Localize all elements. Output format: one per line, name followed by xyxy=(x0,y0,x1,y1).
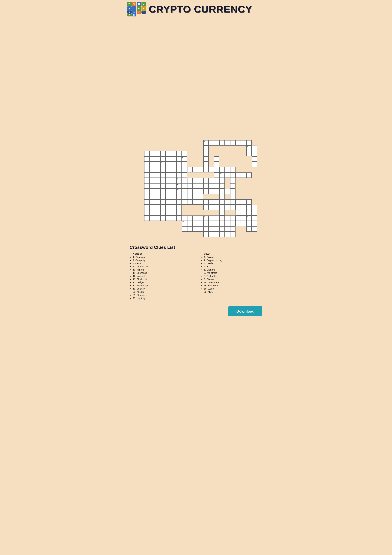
crossword-cell[interactable] xyxy=(166,167,171,172)
crossword-cell[interactable] xyxy=(214,172,219,178)
crossword-cell[interactable] xyxy=(198,189,203,194)
crossword-cell[interactable] xyxy=(214,189,219,194)
crossword-cell[interactable] xyxy=(203,221,209,226)
crossword-cell[interactable] xyxy=(230,221,235,226)
crossword-cell[interactable] xyxy=(150,167,155,172)
crossword-cell[interactable] xyxy=(144,156,150,162)
crossword-cell[interactable] xyxy=(209,226,214,232)
crossword-cell[interactable] xyxy=(209,178,214,183)
crossword-cell[interactable] xyxy=(198,178,203,183)
crossword-cell[interactable] xyxy=(252,205,257,210)
crossword-cell[interactable] xyxy=(144,183,150,189)
crossword-cell[interactable] xyxy=(203,232,209,237)
crossword-cell[interactable] xyxy=(225,226,230,232)
crossword-cell[interactable] xyxy=(219,215,225,221)
crossword-cell[interactable] xyxy=(209,199,214,205)
crossword-cell[interactable] xyxy=(160,178,166,183)
crossword-cell[interactable] xyxy=(235,205,241,210)
crossword-cell[interactable] xyxy=(150,178,155,183)
crossword-cell[interactable] xyxy=(166,178,171,183)
crossword-cell[interactable] xyxy=(171,162,176,167)
crossword-cell[interactable]: 16 xyxy=(176,194,182,199)
crossword-cell[interactable] xyxy=(219,226,225,232)
crossword-cell[interactable] xyxy=(198,221,203,226)
crossword-cell[interactable] xyxy=(160,183,166,189)
crossword-cell[interactable] xyxy=(166,199,171,205)
crossword-cell[interactable] xyxy=(187,183,192,189)
crossword-cell[interactable] xyxy=(225,232,230,237)
crossword-cell[interactable] xyxy=(166,151,171,156)
crossword-cell[interactable] xyxy=(209,232,214,237)
crossword-cell[interactable] xyxy=(166,183,171,189)
crossword-cell[interactable] xyxy=(187,194,192,199)
crossword-cell[interactable] xyxy=(225,221,230,226)
crossword-cell[interactable] xyxy=(214,162,219,167)
crossword-cell[interactable] xyxy=(230,183,235,189)
crossword-cell[interactable] xyxy=(176,151,182,156)
crossword-cell[interactable] xyxy=(214,140,219,146)
crossword-cell[interactable] xyxy=(182,167,187,172)
crossword-cell[interactable]: 2 xyxy=(144,151,150,156)
crossword-cell[interactable] xyxy=(209,167,214,172)
crossword-cell[interactable] xyxy=(252,221,257,226)
crossword-cell[interactable] xyxy=(235,210,241,215)
crossword-cell[interactable] xyxy=(214,199,219,205)
crossword-cell[interactable] xyxy=(209,189,214,194)
crossword-cell[interactable] xyxy=(166,205,171,210)
crossword-cell[interactable] xyxy=(150,189,155,194)
crossword-cell[interactable] xyxy=(160,194,166,199)
crossword-cell[interactable] xyxy=(171,189,176,194)
crossword-cell[interactable] xyxy=(171,215,176,221)
crossword-cell[interactable] xyxy=(192,183,198,189)
crossword-cell[interactable] xyxy=(187,189,192,194)
crossword-cell[interactable] xyxy=(219,189,225,194)
crossword-cell[interactable] xyxy=(176,162,182,167)
crossword-cell[interactable]: 4 xyxy=(182,156,187,162)
crossword-cell[interactable] xyxy=(160,199,166,205)
crossword-cell[interactable] xyxy=(192,226,198,232)
crossword-cell[interactable] xyxy=(198,226,203,232)
crossword-cell[interactable] xyxy=(187,226,192,232)
crossword-cell[interactable] xyxy=(160,151,166,156)
crossword-cell[interactable]: 10 xyxy=(219,172,225,178)
crossword-cell[interactable] xyxy=(160,167,166,172)
crossword-cell[interactable] xyxy=(198,194,203,199)
crossword-cell[interactable] xyxy=(171,151,176,156)
crossword-cell[interactable] xyxy=(171,199,176,205)
crossword-cell[interactable]: 13 xyxy=(176,189,182,194)
crossword-cell[interactable] xyxy=(192,189,198,194)
crossword-cell[interactable] xyxy=(235,199,241,205)
crossword-cell[interactable] xyxy=(155,210,160,215)
crossword-cell[interactable]: 11 xyxy=(176,178,182,183)
crossword-cell[interactable] xyxy=(171,172,176,178)
crossword-cell[interactable] xyxy=(246,199,252,205)
crossword-cell[interactable] xyxy=(219,205,225,210)
crossword-cell[interactable] xyxy=(192,194,198,199)
crossword-cell[interactable] xyxy=(252,162,257,167)
crossword-cell[interactable] xyxy=(192,221,198,226)
crossword-cell[interactable] xyxy=(182,226,187,232)
crossword-cell[interactable] xyxy=(219,199,225,205)
crossword-cell[interactable] xyxy=(155,215,160,221)
crossword-cell[interactable] xyxy=(171,167,176,172)
crossword-cell[interactable] xyxy=(155,199,160,205)
crossword-cell[interactable] xyxy=(230,215,235,221)
crossword-cell[interactable] xyxy=(171,210,176,215)
crossword-cell[interactable] xyxy=(209,215,214,221)
crossword-cell[interactable] xyxy=(144,162,150,167)
crossword-cell[interactable] xyxy=(214,205,219,210)
crossword-cell[interactable] xyxy=(192,178,198,183)
crossword-cell[interactable]: 6 xyxy=(160,162,166,167)
crossword-cell[interactable]: 1 xyxy=(203,140,209,146)
crossword-cell[interactable] xyxy=(166,156,171,162)
crossword-cell[interactable] xyxy=(241,199,246,205)
crossword-cell[interactable] xyxy=(171,156,176,162)
crossword-cell[interactable] xyxy=(209,205,214,210)
crossword-cell[interactable] xyxy=(203,183,209,189)
crossword-cell[interactable] xyxy=(198,199,203,205)
crossword-cell[interactable] xyxy=(252,210,257,215)
crossword-cell[interactable]: 17 xyxy=(203,199,209,205)
crossword-cell[interactable] xyxy=(203,156,209,162)
crossword-cell[interactable] xyxy=(176,210,182,215)
crossword-cell[interactable]: 12 xyxy=(176,183,182,189)
